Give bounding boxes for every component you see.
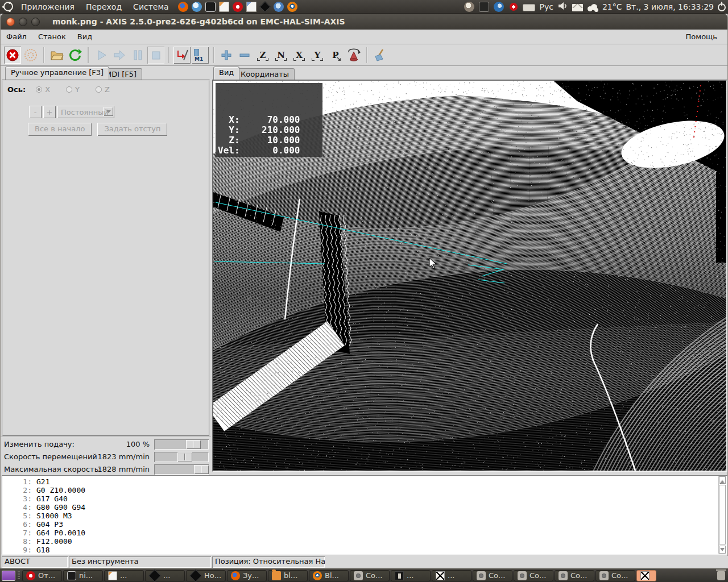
power-icon[interactable] (718, 3, 726, 11)
gcode-listing[interactable]: 1:G21 2:G0 Z10.0000 3:G17 G40 4:G80 G90 … (2, 475, 727, 555)
scroll-down-button[interactable] (719, 546, 726, 554)
max-velocity-slider[interactable] (154, 464, 209, 475)
touch-off-button[interactable]: Задать отступ (97, 123, 167, 136)
distro-logo-icon[interactable] (3, 2, 13, 11)
task-button[interactable]: ... (391, 570, 431, 581)
close-button[interactable] (6, 18, 15, 26)
gcode-line[interactable]: 8:F12.0000 (2, 537, 727, 546)
terminal-icon[interactable] (205, 2, 216, 12)
view-z2-button[interactable]: N (272, 47, 289, 64)
skip-lines-toggle[interactable] (173, 47, 191, 64)
view-x-button[interactable]: X (291, 47, 308, 64)
opera-mini-icon[interactable] (510, 3, 518, 11)
weather-icon[interactable] (587, 4, 598, 12)
notes-icon[interactable] (246, 2, 257, 12)
task-button[interactable] (636, 570, 656, 581)
gimp-icon[interactable] (464, 2, 474, 12)
opera-icon[interactable] (233, 2, 243, 12)
feed-override-slider[interactable] (154, 439, 209, 450)
gcode-line[interactable]: 7:G64 P0.0010 (2, 529, 727, 537)
rotate-view-button[interactable] (345, 47, 362, 64)
gcode-line[interactable]: 3:G17 G40 (2, 494, 727, 503)
mail-icon[interactable] (572, 4, 583, 11)
reload-button[interactable] (67, 47, 84, 64)
task-button[interactable]: Со... (514, 570, 553, 581)
temperature-indicator[interactable]: 21°C (602, 2, 622, 11)
zoom-out-button[interactable] (236, 47, 253, 64)
task-button[interactable]: Со... (595, 570, 635, 581)
task-button[interactable]: bl... (268, 570, 308, 581)
menu-view[interactable]: Вид (72, 31, 98, 43)
optional-stop-toggle[interactable]: M1 (192, 47, 209, 64)
task-button[interactable]: ... (145, 570, 185, 581)
gcode-line[interactable]: 9:G18 (2, 546, 727, 554)
gcode-scrollbar[interactable] (718, 476, 726, 554)
tab-dro[interactable]: Координаты (235, 68, 295, 80)
tab-preview[interactable]: Вид (213, 66, 239, 80)
tab-manual-control[interactable]: Ручное управление [F3] (5, 66, 109, 80)
task-button[interactable]: ... (104, 570, 144, 581)
gcode-line[interactable]: 1:G21 (2, 477, 727, 486)
task-button[interactable]: Но... (186, 570, 226, 581)
window-list-icon[interactable] (2, 571, 15, 581)
maximize-button[interactable] (31, 18, 40, 26)
keyboard-layout-indicator[interactable]: Рус (539, 2, 553, 11)
inkscape-icon[interactable] (259, 1, 271, 13)
jog-minus-button[interactable]: - (29, 106, 42, 118)
menu-machine[interactable]: Станок (32, 31, 72, 43)
web-browser-icon[interactable] (192, 2, 202, 12)
jog-plus-button[interactable]: + (43, 106, 56, 118)
machine-power-button[interactable] (22, 47, 39, 64)
blender-icon[interactable] (287, 2, 297, 12)
axis-radio-z[interactable]: Z (96, 85, 110, 94)
home-all-button[interactable]: Все в начало (28, 123, 92, 136)
scrollbar-thumb[interactable] (719, 485, 726, 544)
slider-handle[interactable] (194, 465, 209, 474)
combo-arrow-icon[interactable] (104, 107, 113, 116)
pause-button[interactable] (129, 47, 146, 64)
stop-button[interactable] (147, 47, 164, 64)
gcode-line[interactable]: 6:G04 P3 (2, 520, 727, 529)
view-y-button[interactable]: Y (309, 47, 326, 64)
run-button[interactable] (93, 47, 110, 64)
volume-icon[interactable] (557, 1, 568, 13)
task-button[interactable]: От... (22, 570, 62, 581)
jog-speed-combo[interactable]: Постоянный (57, 106, 114, 118)
task-button[interactable]: Со... (350, 570, 390, 581)
minimize-button[interactable] (19, 18, 27, 26)
menu-system[interactable]: Система (129, 1, 173, 13)
task-button[interactable]: ni... (63, 570, 103, 581)
gcode-line[interactable]: 5:S1000 M3 (2, 512, 727, 520)
axis-radio-x[interactable]: X (36, 85, 50, 94)
open-file-button[interactable] (48, 47, 65, 64)
text-editor-icon[interactable] (219, 2, 229, 12)
terminal2-icon[interactable] (479, 2, 489, 12)
gcode-line[interactable]: 4:G80 G90 G94 (2, 503, 727, 512)
menu-help[interactable]: Помощь (680, 31, 723, 43)
menu-applications[interactable]: Приложения (16, 1, 79, 13)
zoom-in-button[interactable] (218, 47, 235, 64)
gcode-line[interactable]: 2:G0 Z10.0000 (2, 486, 727, 494)
clear-plot-button[interactable] (371, 47, 388, 64)
task-button[interactable]: Со... (555, 570, 594, 581)
keyboard-icon[interactable] (523, 4, 535, 11)
run-from-line-button[interactable] (111, 47, 128, 64)
estop-button[interactable] (4, 47, 21, 64)
firefox-icon[interactable] (178, 2, 188, 12)
slider-handle[interactable] (177, 452, 192, 462)
titlebar[interactable]: monk.png - AXIS 2.5.0-pre2-626-g402b6cd … (1, 14, 727, 30)
task-button[interactable]: ... (432, 570, 471, 581)
chromium-icon[interactable] (274, 2, 284, 12)
task-button[interactable]: Bl... (309, 570, 349, 581)
task-button[interactable]: Со... (473, 570, 512, 581)
view-z-button[interactable]: Z (254, 47, 271, 64)
menu-places[interactable]: Переход (81, 1, 126, 13)
scroll-up-button[interactable] (719, 476, 726, 484)
task-button[interactable]: Зу... (227, 570, 267, 581)
slider-handle[interactable] (186, 440, 201, 449)
menu-file[interactable]: Файл (1, 31, 32, 43)
view-perspective-button[interactable]: P (327, 47, 344, 64)
jog-speed-slider[interactable] (154, 452, 209, 462)
applet-drag-handle[interactable] (18, 571, 20, 580)
clock[interactable]: Вт., 3 июля, 16:33:29 (626, 2, 714, 11)
